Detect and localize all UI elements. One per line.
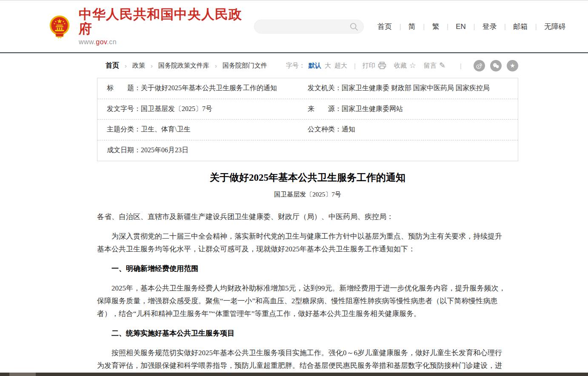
breadcrumb-chevron-icon: ›	[215, 62, 217, 69]
meta-row-title: 标 题： 关于做好2025年基本公共卫生服务工作的通知 发文机关： 国家卫生健康…	[97, 78, 518, 99]
meta-cell-doc-number: 发文字号： 国卫基层发〔2025〕7号	[97, 105, 308, 114]
print-button[interactable]: 打印	[363, 62, 386, 70]
meta-label: 发文机关：	[308, 84, 342, 93]
comment-button[interactable]: 留言 ✎	[424, 62, 445, 70]
breadcrumb-department-docs[interactable]: 国务院部门文件	[223, 62, 267, 70]
meta-value-doc-number: 国卫基层发〔2025〕7号	[141, 105, 212, 114]
national-emblem-icon	[48, 14, 71, 39]
nav-separator: ｜	[533, 23, 539, 31]
toolbar-separator: |	[354, 62, 356, 69]
nav-separator: ｜	[397, 23, 403, 31]
share-buttons: ★	[468, 60, 518, 71]
toolbar-separator: |	[460, 62, 462, 69]
printer-icon	[378, 62, 386, 69]
article-body: 各省、自治区、直辖市及新疆生产建设兵团卫生健康委、财政厅（局）、中医药局、疾控局…	[97, 211, 518, 376]
qzone-star-icon: ★	[510, 63, 515, 68]
nav-separator: ｜	[421, 23, 427, 31]
weibo-icon	[476, 62, 483, 69]
breadcrumb-home[interactable]: 首页	[106, 61, 119, 70]
breadcrumb-chevron-icon: ›	[125, 62, 127, 69]
font-size-xlarge[interactable]: 超大	[334, 62, 347, 70]
share-wechat-button[interactable]	[490, 60, 502, 71]
site-url-gov: gov	[96, 38, 107, 46]
bottom-window-edge	[0, 373, 588, 376]
share-qzone-button[interactable]: ★	[507, 60, 518, 71]
meta-cell-issuing-agency: 发文机关： 国家卫生健康委 财政部 国家中医药局 国家疾控局	[308, 84, 518, 93]
nav-item-mail[interactable]: 邮箱	[512, 22, 528, 31]
article: 关于做好2025年基本公共卫生服务工作的通知 国卫基层发〔2025〕7号 各省、…	[97, 171, 518, 376]
breadcrumb-policy[interactable]: 政策	[132, 62, 145, 70]
search-input[interactable]	[261, 23, 350, 31]
font-size-label: 字号：	[286, 62, 305, 70]
bottom-window-edge-segment	[9, 373, 36, 376]
meta-value-title: 关于做好2025年基本公共卫生服务工作的通知	[141, 84, 277, 93]
meta-cell-date: 成文日期： 2025年06月23日	[97, 146, 308, 155]
share-weibo-button[interactable]	[474, 60, 485, 71]
site-title[interactable]: 中华人民共和国中央人民政府	[79, 7, 254, 36]
nav-separator: ｜	[471, 23, 477, 31]
document-meta-table: 标 题： 关于做好2025年基本公共卫生服务工作的通知 发文机关： 国家卫生健康…	[97, 78, 518, 161]
meta-label: 标 题：	[107, 84, 141, 93]
meta-value-topic-category: 卫生、体育\卫生	[141, 125, 190, 134]
favorite-button[interactable]: 收藏 ☆	[394, 62, 416, 70]
nav-item-traditional[interactable]: 繁	[431, 22, 440, 31]
header-right: 首页 ｜ 简 ｜ 繁 ｜ EN ｜ 登录 ｜ 邮箱 ｜ 无障碍	[254, 20, 567, 34]
meta-label: 发文字号：	[107, 105, 141, 114]
print-label: 打印	[363, 62, 375, 70]
nav-separator: ｜	[502, 23, 508, 31]
pencil-icon: ✎	[439, 62, 445, 69]
article-section2-heading: 二、统筹实施好基本公共卫生服务项目	[97, 327, 506, 340]
meta-row-doc-number: 发文字号： 国卫基层发〔2025〕7号 来 源： 国家卫生健康委网站	[97, 99, 518, 120]
meta-value-doc-type: 通知	[342, 125, 355, 134]
site-title-block: 中华人民共和国中央人民政府 www.gov.cn	[79, 7, 254, 46]
site-header: 中华人民共和国中央人民政府 www.gov.cn 首页 ｜ 简 ｜ 繁 ｜ EN…	[0, 1, 588, 52]
meta-label: 成文日期：	[107, 146, 141, 155]
article-doc-number: 国卫基层发〔2025〕7号	[97, 191, 518, 199]
nav-separator: ｜	[445, 23, 451, 31]
meta-value-date: 2025年06月23日	[141, 146, 188, 155]
site-url-www: www.	[79, 38, 96, 46]
nav-item-home[interactable]: 首页	[377, 22, 393, 31]
content-column: 首页 › 政策 › 国务院政策文件库 › 国务院部门文件 字号： 默认 大 超大…	[97, 53, 518, 376]
article-intro-paragraph: 为深入贯彻党的二十届三中全会精神，落实新时代党的卫生与健康工作方针中以基层为重点…	[97, 230, 506, 256]
breadcrumb-chevron-icon: ›	[151, 62, 153, 69]
search-box[interactable]	[254, 20, 364, 34]
site-url: www.gov.cn	[79, 38, 254, 46]
meta-label: 公文种类：	[308, 125, 342, 134]
meta-label: 主题分类：	[107, 125, 141, 134]
meta-cell-doc-type: 公文种类： 通知	[308, 125, 518, 134]
nav-item-english[interactable]: EN	[455, 23, 467, 31]
article-section2-paragraph: 按照相关服务规范切实做好2025年基本公共卫生服务项目实施工作。强化0～6岁儿童…	[97, 347, 506, 376]
wechat-icon	[492, 62, 500, 69]
meta-row-date: 成文日期： 2025年06月23日	[97, 140, 518, 161]
meta-value-issuing-agency: 国家卫生健康委 财政部 国家中医药局 国家疾控局	[342, 84, 490, 93]
meta-row-topic-category: 主题分类： 卫生、体育\卫生 公文种类： 通知	[97, 120, 518, 140]
article-section1-heading: 一、明确新增经费使用范围	[97, 262, 506, 275]
site-url-cn: .cn	[107, 38, 117, 46]
search-icon[interactable]	[350, 23, 358, 31]
article-title: 关于做好2025年基本公共卫生服务工作的通知	[97, 171, 518, 184]
favorite-label: 收藏	[394, 62, 407, 70]
star-outline-icon: ☆	[409, 62, 416, 69]
site-logo[interactable]: 中华人民共和国中央人民政府 www.gov.cn	[48, 7, 254, 46]
meta-cell-title: 标 题： 关于做好2025年基本公共卫生服务工作的通知	[97, 84, 308, 93]
meta-cell-source: 来 源： 国家卫生健康委网站	[308, 105, 518, 114]
nav-item-accessibility[interactable]: 无障碍	[543, 22, 567, 31]
breadcrumb-policy-library[interactable]: 国务院政策文件库	[158, 62, 209, 70]
font-size-large[interactable]: 大	[325, 62, 331, 70]
nav-item-login[interactable]: 登录	[482, 22, 498, 31]
nav-item-simplified[interactable]: 简	[408, 22, 417, 31]
page-toolbar: 字号： 默认 大 超大 | 打印 收藏 ☆ 留言 ✎ |	[286, 60, 518, 71]
font-size-default[interactable]: 默认	[308, 62, 321, 70]
top-nav: 首页 ｜ 简 ｜ 繁 ｜ EN ｜ 登录 ｜ 邮箱 ｜ 无障碍	[377, 22, 567, 31]
comment-label: 留言	[424, 62, 437, 70]
breadcrumb-toolbar-row: 首页 › 政策 › 国务院政策文件库 › 国务院部门文件 字号： 默认 大 超大…	[97, 53, 518, 78]
meta-cell-topic-category: 主题分类： 卫生、体育\卫生	[97, 125, 308, 134]
meta-label: 来 源：	[308, 105, 342, 114]
meta-value-source: 国家卫生健康委网站	[342, 105, 403, 114]
article-salutation: 各省、自治区、直辖市及新疆生产建设兵团卫生健康委、财政厅（局）、中医药局、疾控局…	[97, 211, 506, 223]
article-section1-paragraph: 2025年，基本公共卫生服务经费人均财政补助标准增加5元，达到99元。新增经费用…	[97, 282, 506, 320]
